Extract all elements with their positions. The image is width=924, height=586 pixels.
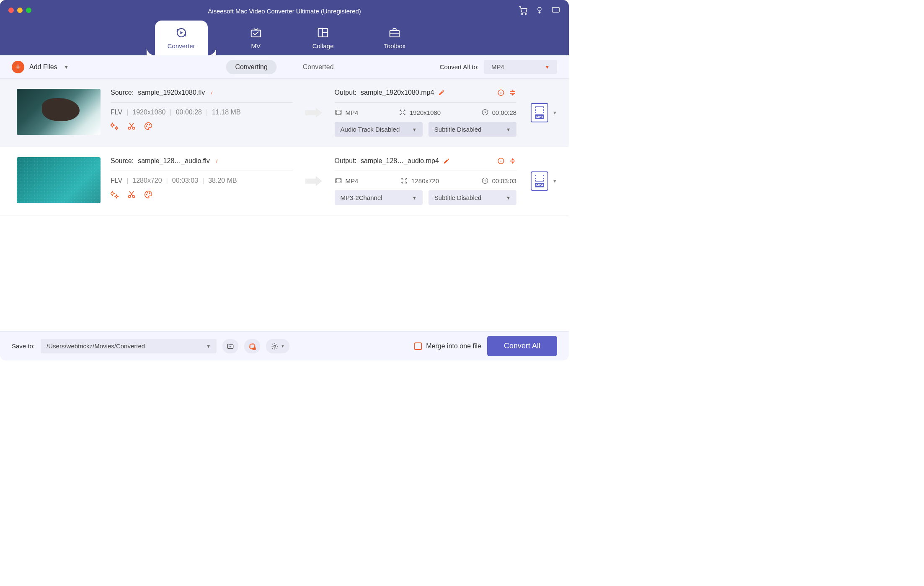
file-columns: Source: sample_1920x1080.flv i FLV| 1920… [111,89,516,137]
title-bar: Aiseesoft Mac Video Converter Ultimate (… [0,0,569,55]
video-icon [335,177,342,184]
open-folder-button[interactable] [222,339,238,353]
plus-icon: + [12,61,24,73]
svg-rect-7 [390,31,400,37]
chevron-down-icon: ▼ [281,344,285,348]
chevron-down-icon: ▼ [506,195,511,200]
gpu-accel-button[interactable]: ON [244,339,260,353]
edit-icon[interactable] [438,89,445,96]
source-format: FLV [111,109,122,116]
chevron-down-icon[interactable]: ▼ [552,110,557,115]
source-format: FLV [111,177,122,184]
svg-point-19 [133,196,135,198]
output-format: MP4 [346,109,359,116]
palette-icon[interactable] [144,122,152,130]
arrow-right-icon [305,107,322,119]
source-resolution: 1920x1080 [132,109,165,116]
sub-tab-converted[interactable]: Converted [294,60,343,74]
cart-icon[interactable] [519,6,528,15]
file-item[interactable]: Source: sample_128…_audio.flv i FLV| 128… [0,147,569,215]
source-filename: sample_128…_audio.flv [138,157,210,165]
edit-icon[interactable] [443,158,450,164]
output-format-badge-col: MP4 ▼ [527,89,557,137]
source-size: 38.20 MB [208,177,237,184]
convert-all-format-value: MP4 [491,63,504,70]
cut-icon[interactable] [127,122,136,130]
chevron-down-icon[interactable]: ▼ [552,179,557,184]
convert-all-format-select[interactable]: MP4 ▼ [484,60,557,74]
tab-mv[interactable]: MV [241,22,271,55]
app-window: Aiseesoft Mac Video Converter Ultimate (… [0,0,569,360]
key-icon[interactable] [535,6,544,15]
audio-track-select[interactable]: MP3-2Channel▼ [335,190,423,205]
output-label: Output: [335,89,356,96]
header-icons [519,6,560,15]
output-duration: 00:00:28 [492,109,516,116]
compress-icon[interactable] [509,89,516,96]
convert-all-button[interactable]: Convert All [487,336,557,356]
output-column: Output: sample_128…_audio.mp4 MP4 1280x7… [335,157,517,205]
tab-toolbox[interactable]: Toolbox [376,22,414,55]
tab-converter-label: Converter [168,42,195,49]
chevron-down-icon: ▼ [206,344,211,349]
info-icon[interactable]: i [214,158,220,164]
add-files-label: Add Files [29,63,57,71]
output-format-badge[interactable]: MP4 [531,171,548,191]
chevron-down-icon: ▼ [506,127,511,132]
chevron-down-icon: ▼ [412,195,417,200]
output-filename: sample_1920x1080.mp4 [361,89,434,96]
save-to-path-value: /Users/webtrickz/Movies/Converted [46,342,145,350]
sub-tab-converting[interactable]: Converting [226,60,276,74]
enhance-icon[interactable] [111,122,119,130]
arrow-column [301,157,326,205]
file-thumbnail[interactable] [17,157,101,203]
convert-all-to: Convert All to: MP4 ▼ [440,60,557,74]
source-duration: 00:03:03 [172,177,198,184]
enhance-icon[interactable] [111,190,119,199]
subtitle-select[interactable]: Subtitle Disabled▼ [428,122,516,137]
tab-converter[interactable]: Converter [155,21,208,55]
file-item[interactable]: Source: sample_1920x1080.flv i FLV| 1920… [0,79,569,147]
divider [335,171,517,171]
svg-point-28 [274,345,276,347]
tab-toolbox-label: Toolbox [384,42,406,49]
divider [111,171,293,171]
divider [111,102,293,103]
feedback-icon[interactable] [551,6,560,15]
resolution-icon [400,177,408,184]
app-title: Aiseesoft Mac Video Converter Ultimate (… [0,8,569,15]
save-to-path-select[interactable]: /Users/webtrickz/Movies/Converted ▼ [41,339,217,353]
info-circle-icon[interactable] [497,157,505,165]
arrow-right-icon [305,175,322,187]
convert-all-to-label: Convert All to: [440,63,479,70]
info-icon[interactable]: i [209,90,215,96]
svg-point-0 [521,13,523,15]
svg-point-9 [129,127,131,130]
palette-icon[interactable] [144,190,152,199]
add-files-button[interactable]: + Add Files ▼ [12,61,69,73]
svg-point-22 [150,193,150,194]
output-resolution: 1920x1080 [410,109,441,116]
chevron-down-icon[interactable]: ▼ [64,65,69,70]
svg-rect-15 [336,110,341,115]
output-resolution: 1280x720 [411,177,439,184]
source-column: Source: sample_128…_audio.flv i FLV| 128… [111,157,293,205]
svg-point-20 [146,194,147,195]
audio-track-select[interactable]: Audio Track Disabled▼ [335,122,423,137]
output-label: Output: [335,157,356,165]
output-format-badge[interactable]: MP4 [531,103,548,122]
chevron-down-icon: ▼ [412,127,417,132]
tab-collage[interactable]: Collage [304,22,342,55]
subtitle-select[interactable]: Subtitle Disabled▼ [428,190,516,205]
file-thumbnail[interactable] [17,89,101,135]
cut-icon[interactable] [127,190,136,199]
svg-point-11 [146,126,147,127]
compress-icon[interactable] [509,157,516,165]
settings-button[interactable]: ▼ [266,339,289,353]
merge-checkbox[interactable]: Merge into one file [414,342,481,350]
info-circle-icon[interactable] [497,89,505,96]
file-columns: Source: sample_128…_audio.flv i FLV| 128… [111,157,516,205]
tab-mv-label: MV [251,42,261,49]
source-label: Source: [111,89,134,96]
toolbar: + Add Files ▼ Converting Converted Conve… [0,55,569,79]
